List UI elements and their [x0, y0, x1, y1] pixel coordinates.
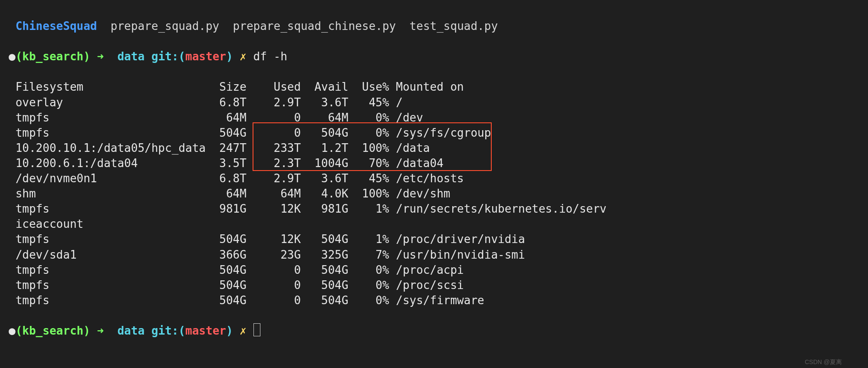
df-output: Filesystem Size Used Avail Use% Mounted … — [9, 79, 868, 308]
terminal-content[interactable]: ChineseSquad prepare_squad.py prepare_sq… — [0, 0, 868, 368]
prompt-line-1: ●(kb_search) ➜ data git:(master) ✗ df -h — [9, 49, 868, 64]
ls-dir: ChineseSquad — [16, 20, 97, 33]
prompt-line-2[interactable]: ●(kb_search) ➜ data git:(master) ✗ — [9, 323, 868, 338]
command-text: df -h — [253, 50, 287, 63]
cursor-icon — [253, 323, 260, 336]
ls-output-line: ChineseSquad prepare_squad.py prepare_sq… — [9, 19, 868, 34]
watermark-text: CSDN @夏离 — [805, 358, 842, 366]
